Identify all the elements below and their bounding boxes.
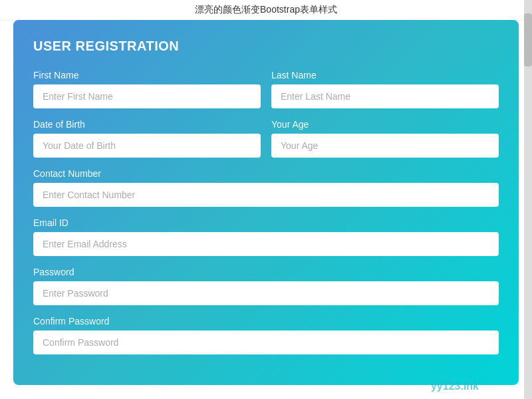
row-contact: Contact Number bbox=[33, 168, 499, 207]
form-card: USER REGISTRATION First Name Last Name D… bbox=[13, 20, 519, 385]
row-confirm-password: Confirm Password bbox=[33, 316, 499, 354]
page-title: 漂亮的颜色渐变Bootstrap表单样式 bbox=[195, 4, 337, 15]
group-last-name: Last Name bbox=[271, 70, 499, 108]
label-confirm-password: Confirm Password bbox=[33, 316, 499, 327]
watermark: yy123.ink bbox=[431, 380, 479, 392]
top-bar: 漂亮的颜色渐变Bootstrap表单样式 bbox=[0, 0, 532, 21]
label-password: Password bbox=[33, 267, 499, 277]
label-age: Your Age bbox=[271, 119, 499, 130]
row-name: First Name Last Name bbox=[33, 70, 499, 108]
form-heading: USER REGISTRATION bbox=[33, 39, 499, 54]
group-password: Password bbox=[33, 267, 499, 305]
group-dob: Date of Birth bbox=[33, 119, 261, 158]
password-input[interactable] bbox=[33, 281, 499, 305]
row-email: Email ID bbox=[33, 217, 499, 256]
group-contact: Contact Number bbox=[33, 168, 499, 207]
contact-input[interactable] bbox=[33, 183, 499, 207]
row-dob-age: Date of Birth Your Age bbox=[33, 119, 499, 158]
page-wrapper: 漂亮的颜色渐变Bootstrap表单样式 USER REGISTRATION F… bbox=[0, 0, 532, 399]
label-last-name: Last Name bbox=[271, 70, 499, 80]
last-name-input[interactable] bbox=[271, 84, 499, 108]
first-name-input[interactable] bbox=[33, 84, 261, 108]
scrollbar-thumb[interactable] bbox=[524, 13, 532, 66]
label-first-name: First Name bbox=[33, 70, 261, 80]
age-input[interactable] bbox=[271, 134, 499, 158]
row-password: Password bbox=[33, 267, 499, 305]
group-confirm-password: Confirm Password bbox=[33, 316, 499, 354]
group-age: Your Age bbox=[271, 119, 499, 158]
group-email: Email ID bbox=[33, 217, 499, 256]
confirm-password-input[interactable] bbox=[33, 331, 499, 354]
email-input[interactable] bbox=[33, 232, 499, 256]
label-contact: Contact Number bbox=[33, 168, 499, 179]
group-first-name: First Name bbox=[33, 70, 261, 108]
label-email: Email ID bbox=[33, 217, 499, 228]
scrollbar[interactable] bbox=[524, 0, 532, 399]
label-dob: Date of Birth bbox=[33, 119, 261, 130]
dob-input[interactable] bbox=[33, 134, 261, 158]
